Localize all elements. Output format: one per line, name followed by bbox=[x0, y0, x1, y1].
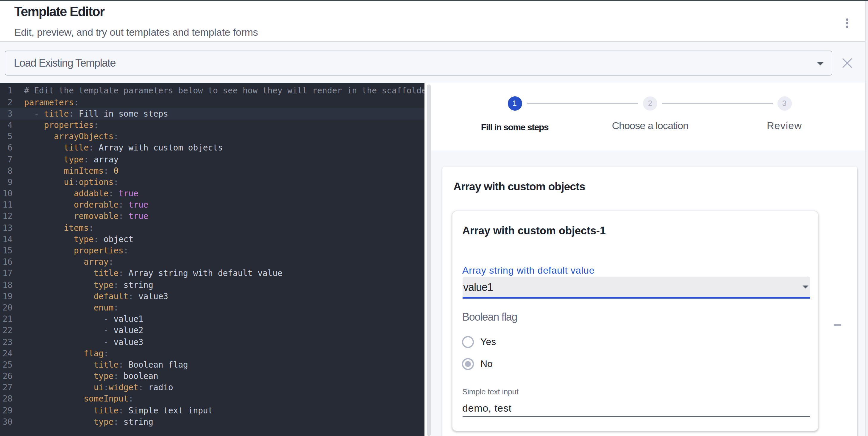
load-template-select[interactable]: Load Existing Template bbox=[5, 51, 833, 76]
code-token: : bbox=[89, 223, 94, 232]
code-token: string bbox=[119, 280, 153, 290]
code-line-7[interactable]: 7 type: array bbox=[0, 154, 425, 165]
code-line-15[interactable]: 15 properties: bbox=[0, 245, 425, 256]
code-text: minItems: 0 bbox=[24, 165, 119, 176]
dropdown-caret-icon bbox=[817, 62, 824, 66]
code-token: : bbox=[103, 348, 108, 358]
code-token bbox=[24, 303, 94, 312]
code-token: title bbox=[44, 109, 69, 119]
code-token: type bbox=[94, 371, 114, 381]
code-text: - title: Fill in some steps bbox=[24, 108, 168, 120]
kebab-dot-icon bbox=[846, 26, 848, 28]
code-text: items: bbox=[24, 222, 94, 233]
code-text: array: bbox=[24, 256, 114, 268]
code-token bbox=[24, 166, 64, 175]
code-token: orderable bbox=[74, 200, 119, 210]
code-line-6[interactable]: 6 title: Array with custom objects bbox=[0, 142, 425, 154]
code-token: properties bbox=[44, 120, 94, 130]
code-token: Array string with default value bbox=[124, 269, 282, 278]
code-token: # Edit the template parameters below to … bbox=[24, 86, 425, 96]
close-button[interactable] bbox=[839, 55, 856, 71]
code-line-16[interactable]: 16 array: bbox=[0, 256, 425, 268]
code-text: addable: true bbox=[24, 188, 138, 199]
code-line-21[interactable]: 21 - value1 bbox=[0, 313, 425, 325]
code-token: Fill in some steps bbox=[74, 109, 168, 119]
code-line-8[interactable]: 8 minItems: 0 bbox=[0, 165, 425, 176]
code-line-10[interactable]: 10 addable: true bbox=[0, 188, 425, 199]
code-token bbox=[24, 257, 84, 266]
code-line-2[interactable]: 2parameters: bbox=[0, 97, 425, 108]
code-token bbox=[24, 120, 44, 130]
code-text: ui:widget: radio bbox=[24, 382, 173, 394]
code-line-13[interactable]: 13 items: bbox=[0, 222, 425, 233]
code-token: 0 bbox=[108, 166, 119, 175]
code-line-14[interactable]: 14 type: object bbox=[0, 234, 425, 245]
code-line-9[interactable]: 9 ui:options: bbox=[0, 177, 425, 188]
close-icon bbox=[839, 55, 856, 71]
code-line-17[interactable]: 17 title: Array string with default valu… bbox=[0, 268, 425, 279]
code-token bbox=[24, 211, 74, 221]
code-token: : bbox=[124, 246, 129, 255]
template-editor-page: Template Editor Edit, preview, and try o… bbox=[0, 0, 868, 436]
line-number: 10 bbox=[0, 188, 12, 199]
line-number: 18 bbox=[0, 279, 12, 291]
code-line-12[interactable]: 12 removable: true bbox=[0, 211, 425, 222]
yaml-editor[interactable]: 1# Edit the template parameters below to… bbox=[0, 82, 425, 436]
page-scrollbar-track[interactable] bbox=[865, 1, 868, 436]
remove-item-button[interactable] bbox=[829, 317, 846, 333]
code-token: removable bbox=[74, 211, 119, 221]
code-line-28[interactable]: 28 someInput: bbox=[0, 394, 425, 405]
code-line-26[interactable]: 26 type: boolean bbox=[0, 371, 425, 382]
line-number: 6 bbox=[0, 142, 12, 154]
radio-group-label: Boolean flag bbox=[462, 311, 517, 322]
code-token: : bbox=[94, 234, 99, 244]
code-text: removable: true bbox=[24, 211, 148, 222]
code-token: value1 bbox=[114, 314, 143, 324]
line-number: 21 bbox=[0, 313, 12, 325]
code-token: arrayObjects bbox=[54, 131, 114, 141]
array-string-select-value: value1 bbox=[463, 282, 493, 293]
code-line-24[interactable]: 24 flag: bbox=[0, 348, 425, 359]
select-caret-icon bbox=[802, 285, 808, 288]
radio-option-no-label: No bbox=[480, 359, 493, 369]
code-token: title bbox=[64, 143, 89, 153]
array-string-select[interactable]: value1 bbox=[462, 277, 810, 297]
code-line-19[interactable]: 19 default: value3 bbox=[0, 291, 425, 302]
code-line-3[interactable]: 3 - title: Fill in some steps bbox=[0, 108, 425, 120]
radio-option-yes[interactable]: Yes bbox=[462, 336, 496, 348]
line-number: 5 bbox=[0, 131, 12, 142]
code-line-27[interactable]: 27 ui:widget: radio bbox=[0, 382, 425, 394]
code-line-29[interactable]: 29 title: Simple text input bbox=[0, 405, 425, 416]
code-line-11[interactable]: 11 orderable: true bbox=[0, 200, 425, 211]
code-line-25[interactable]: 25 title: Boolean flag bbox=[0, 359, 425, 371]
line-number: 17 bbox=[0, 268, 12, 279]
code-text: title: Array with custom objects bbox=[24, 142, 223, 154]
radio-option-no[interactable]: No bbox=[462, 358, 493, 370]
line-number: 30 bbox=[0, 416, 12, 428]
code-token: boolean bbox=[119, 371, 158, 381]
code-token: Array with custom objects bbox=[94, 143, 223, 153]
code-line-5[interactable]: 5 arrayObjects: bbox=[0, 131, 425, 142]
code-text: enum: bbox=[24, 302, 119, 313]
line-number: 22 bbox=[0, 325, 12, 336]
more-options-button[interactable] bbox=[839, 15, 856, 32]
line-number: 4 bbox=[0, 120, 12, 131]
code-line-4[interactable]: 4 properties: bbox=[0, 120, 425, 131]
page-subtitle: Edit, preview, and try out templates and… bbox=[14, 26, 258, 39]
code-line-20[interactable]: 20 enum: bbox=[0, 302, 425, 313]
simple-text-input[interactable]: demo, test bbox=[462, 403, 512, 413]
line-number: 2 bbox=[0, 97, 12, 108]
code-token: array bbox=[89, 154, 119, 164]
step-number-badge: 3 bbox=[777, 96, 792, 110]
code-line-18[interactable]: 18 type: string bbox=[0, 279, 425, 291]
radio-option-yes-label: Yes bbox=[480, 336, 496, 347]
panel-resize-handle[interactable] bbox=[427, 85, 431, 436]
code-token: type bbox=[74, 234, 94, 244]
code-text: title: Array string with default value bbox=[24, 268, 282, 279]
code-line-1[interactable]: 1# Edit the template parameters below to… bbox=[0, 86, 425, 97]
code-token: enum bbox=[94, 303, 114, 312]
code-line-23[interactable]: 23 - value3 bbox=[0, 336, 425, 348]
code-token bbox=[24, 154, 64, 164]
code-line-30[interactable]: 30 type: string bbox=[0, 416, 425, 428]
code-line-22[interactable]: 22 - value2 bbox=[0, 325, 425, 336]
